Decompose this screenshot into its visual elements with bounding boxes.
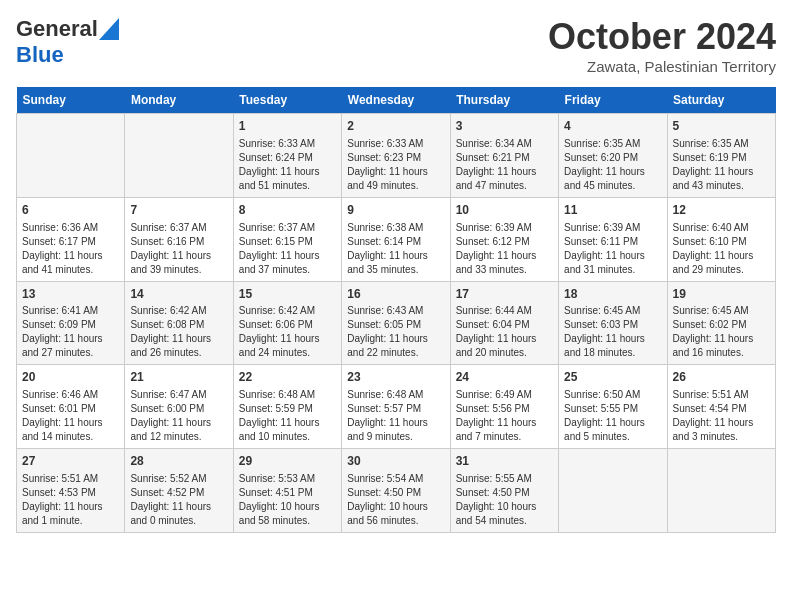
day-cell: 18Sunrise: 6:45 AM Sunset: 6:03 PM Dayli… [559, 281, 667, 365]
day-cell: 22Sunrise: 6:48 AM Sunset: 5:59 PM Dayli… [233, 365, 341, 449]
day-number: 29 [239, 453, 336, 470]
day-info: Sunrise: 6:42 AM Sunset: 6:06 PM Dayligh… [239, 304, 336, 360]
day-cell: 17Sunrise: 6:44 AM Sunset: 6:04 PM Dayli… [450, 281, 558, 365]
day-cell: 3Sunrise: 6:34 AM Sunset: 6:21 PM Daylig… [450, 114, 558, 198]
day-number: 25 [564, 369, 661, 386]
day-cell: 21Sunrise: 6:47 AM Sunset: 6:00 PM Dayli… [125, 365, 233, 449]
day-info: Sunrise: 5:55 AM Sunset: 4:50 PM Dayligh… [456, 472, 553, 528]
day-cell: 11Sunrise: 6:39 AM Sunset: 6:11 PM Dayli… [559, 197, 667, 281]
day-info: Sunrise: 6:48 AM Sunset: 5:57 PM Dayligh… [347, 388, 444, 444]
day-number: 3 [456, 118, 553, 135]
header-thursday: Thursday [450, 87, 558, 114]
week-row-3: 13Sunrise: 6:41 AM Sunset: 6:09 PM Dayli… [17, 281, 776, 365]
day-info: Sunrise: 6:44 AM Sunset: 6:04 PM Dayligh… [456, 304, 553, 360]
day-cell: 9Sunrise: 6:38 AM Sunset: 6:14 PM Daylig… [342, 197, 450, 281]
day-number: 11 [564, 202, 661, 219]
day-info: Sunrise: 6:45 AM Sunset: 6:03 PM Dayligh… [564, 304, 661, 360]
month-title: October 2024 [548, 16, 776, 58]
day-cell: 8Sunrise: 6:37 AM Sunset: 6:15 PM Daylig… [233, 197, 341, 281]
day-info: Sunrise: 6:38 AM Sunset: 6:14 PM Dayligh… [347, 221, 444, 277]
calendar-header-row: SundayMondayTuesdayWednesdayThursdayFrid… [17, 87, 776, 114]
day-cell: 25Sunrise: 6:50 AM Sunset: 5:55 PM Dayli… [559, 365, 667, 449]
day-number: 16 [347, 286, 444, 303]
day-number: 7 [130, 202, 227, 219]
day-number: 28 [130, 453, 227, 470]
header-saturday: Saturday [667, 87, 775, 114]
day-number: 10 [456, 202, 553, 219]
week-row-4: 20Sunrise: 6:46 AM Sunset: 6:01 PM Dayli… [17, 365, 776, 449]
header-monday: Monday [125, 87, 233, 114]
day-number: 26 [673, 369, 770, 386]
day-number: 14 [130, 286, 227, 303]
svg-marker-0 [99, 18, 119, 40]
week-row-1: 1Sunrise: 6:33 AM Sunset: 6:24 PM Daylig… [17, 114, 776, 198]
title-area: October 2024 Zawata, Palestinian Territo… [548, 16, 776, 75]
day-number: 8 [239, 202, 336, 219]
logo-blue-text: Blue [16, 42, 64, 67]
day-cell: 15Sunrise: 6:42 AM Sunset: 6:06 PM Dayli… [233, 281, 341, 365]
location-subtitle: Zawata, Palestinian Territory [548, 58, 776, 75]
day-info: Sunrise: 6:39 AM Sunset: 6:12 PM Dayligh… [456, 221, 553, 277]
day-number: 17 [456, 286, 553, 303]
day-cell: 19Sunrise: 6:45 AM Sunset: 6:02 PM Dayli… [667, 281, 775, 365]
day-number: 21 [130, 369, 227, 386]
day-info: Sunrise: 5:53 AM Sunset: 4:51 PM Dayligh… [239, 472, 336, 528]
logo-general-text: General [16, 16, 98, 42]
day-info: Sunrise: 6:39 AM Sunset: 6:11 PM Dayligh… [564, 221, 661, 277]
day-number: 9 [347, 202, 444, 219]
day-number: 4 [564, 118, 661, 135]
day-cell: 31Sunrise: 5:55 AM Sunset: 4:50 PM Dayli… [450, 449, 558, 533]
day-info: Sunrise: 6:33 AM Sunset: 6:23 PM Dayligh… [347, 137, 444, 193]
day-cell: 23Sunrise: 6:48 AM Sunset: 5:57 PM Dayli… [342, 365, 450, 449]
header-tuesday: Tuesday [233, 87, 341, 114]
day-number: 20 [22, 369, 119, 386]
day-cell: 30Sunrise: 5:54 AM Sunset: 4:50 PM Dayli… [342, 449, 450, 533]
header-sunday: Sunday [17, 87, 125, 114]
logo: General Blue [16, 16, 119, 68]
day-cell: 4Sunrise: 6:35 AM Sunset: 6:20 PM Daylig… [559, 114, 667, 198]
day-info: Sunrise: 5:51 AM Sunset: 4:53 PM Dayligh… [22, 472, 119, 528]
calendar-table: SundayMondayTuesdayWednesdayThursdayFrid… [16, 87, 776, 533]
day-cell: 20Sunrise: 6:46 AM Sunset: 6:01 PM Dayli… [17, 365, 125, 449]
page-header: General Blue October 2024 Zawata, Palest… [16, 16, 776, 75]
day-number: 24 [456, 369, 553, 386]
day-info: Sunrise: 6:36 AM Sunset: 6:17 PM Dayligh… [22, 221, 119, 277]
day-cell: 10Sunrise: 6:39 AM Sunset: 6:12 PM Dayli… [450, 197, 558, 281]
day-cell: 6Sunrise: 6:36 AM Sunset: 6:17 PM Daylig… [17, 197, 125, 281]
week-row-5: 27Sunrise: 5:51 AM Sunset: 4:53 PM Dayli… [17, 449, 776, 533]
day-number: 2 [347, 118, 444, 135]
day-info: Sunrise: 6:35 AM Sunset: 6:19 PM Dayligh… [673, 137, 770, 193]
day-number: 5 [673, 118, 770, 135]
day-number: 1 [239, 118, 336, 135]
day-number: 13 [22, 286, 119, 303]
week-row-2: 6Sunrise: 6:36 AM Sunset: 6:17 PM Daylig… [17, 197, 776, 281]
day-number: 31 [456, 453, 553, 470]
day-cell: 12Sunrise: 6:40 AM Sunset: 6:10 PM Dayli… [667, 197, 775, 281]
day-number: 30 [347, 453, 444, 470]
day-info: Sunrise: 6:47 AM Sunset: 6:00 PM Dayligh… [130, 388, 227, 444]
day-cell [559, 449, 667, 533]
day-info: Sunrise: 5:52 AM Sunset: 4:52 PM Dayligh… [130, 472, 227, 528]
header-friday: Friday [559, 87, 667, 114]
day-info: Sunrise: 6:49 AM Sunset: 5:56 PM Dayligh… [456, 388, 553, 444]
day-cell: 1Sunrise: 6:33 AM Sunset: 6:24 PM Daylig… [233, 114, 341, 198]
day-cell: 27Sunrise: 5:51 AM Sunset: 4:53 PM Dayli… [17, 449, 125, 533]
day-info: Sunrise: 6:42 AM Sunset: 6:08 PM Dayligh… [130, 304, 227, 360]
day-info: Sunrise: 6:37 AM Sunset: 6:16 PM Dayligh… [130, 221, 227, 277]
day-cell: 16Sunrise: 6:43 AM Sunset: 6:05 PM Dayli… [342, 281, 450, 365]
day-info: Sunrise: 6:40 AM Sunset: 6:10 PM Dayligh… [673, 221, 770, 277]
day-number: 19 [673, 286, 770, 303]
day-info: Sunrise: 6:37 AM Sunset: 6:15 PM Dayligh… [239, 221, 336, 277]
day-info: Sunrise: 6:43 AM Sunset: 6:05 PM Dayligh… [347, 304, 444, 360]
day-number: 27 [22, 453, 119, 470]
day-info: Sunrise: 6:50 AM Sunset: 5:55 PM Dayligh… [564, 388, 661, 444]
day-cell: 14Sunrise: 6:42 AM Sunset: 6:08 PM Dayli… [125, 281, 233, 365]
day-info: Sunrise: 5:51 AM Sunset: 4:54 PM Dayligh… [673, 388, 770, 444]
day-cell [17, 114, 125, 198]
day-info: Sunrise: 6:35 AM Sunset: 6:20 PM Dayligh… [564, 137, 661, 193]
day-info: Sunrise: 6:33 AM Sunset: 6:24 PM Dayligh… [239, 137, 336, 193]
header-wednesday: Wednesday [342, 87, 450, 114]
day-cell [125, 114, 233, 198]
day-cell: 2Sunrise: 6:33 AM Sunset: 6:23 PM Daylig… [342, 114, 450, 198]
day-info: Sunrise: 6:48 AM Sunset: 5:59 PM Dayligh… [239, 388, 336, 444]
